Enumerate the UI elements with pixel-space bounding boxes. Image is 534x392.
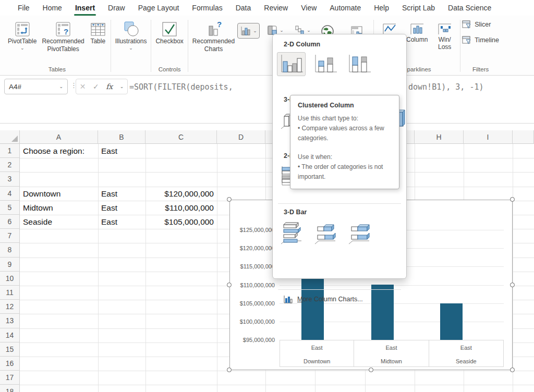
slicer-button[interactable]: Slicer: [462, 19, 499, 30]
timeline-button[interactable]: Timeline: [462, 34, 499, 46]
chart-bar-midtown[interactable]: [371, 285, 394, 340]
chart-selection-handle[interactable]: [227, 368, 232, 372]
chart-selection-handle[interactable]: [227, 197, 232, 202]
menu-item-formulas[interactable]: Formulas: [192, 4, 222, 12]
chart-selection-handle[interactable]: [510, 197, 515, 202]
row-header-17[interactable]: 17: [0, 371, 20, 385]
chart-category-name: Midtown: [354, 358, 428, 364]
insert-function-button[interactable]: fx: [106, 82, 113, 91]
cell-B6[interactable]: East: [101, 215, 143, 229]
row-header-6[interactable]: 6: [0, 215, 20, 229]
cell-A4[interactable]: Downtown: [23, 187, 96, 201]
cancel-button[interactable]: ✕: [80, 82, 86, 91]
cell-C5[interactable]: $110,000,000: [145, 201, 214, 215]
column-header-A[interactable]: A: [20, 130, 98, 144]
row-header-15[interactable]: 15: [0, 342, 20, 357]
row-header-11[interactable]: 11: [0, 286, 20, 300]
chart-selection-handle[interactable]: [510, 368, 515, 372]
cell-B5[interactable]: East: [101, 201, 143, 215]
stacked-column-option[interactable]: [311, 52, 339, 76]
chart-bar-seaside[interactable]: [440, 303, 463, 340]
chart-selection-handle[interactable]: [227, 283, 232, 287]
cell-B4[interactable]: East: [101, 187, 143, 201]
formula-text-left[interactable]: =SORT(FILTER(deposits,: [129, 82, 238, 92]
chart-selection-handle[interactable]: [510, 283, 515, 287]
recommended-charts-button[interactable]: ? Recommended Charts: [190, 20, 237, 54]
row-header-5[interactable]: 5: [0, 201, 20, 215]
chevron-down-icon: ⌄: [253, 29, 257, 33]
menu-item-help[interactable]: Help: [374, 4, 389, 12]
sparkline-column-icon: [409, 21, 425, 36]
chevron-down-icon: ⌄: [129, 46, 133, 50]
row-header-14[interactable]: 14: [0, 328, 20, 342]
select-all-corner[interactable]: [0, 130, 20, 144]
row-header-13[interactable]: 13: [0, 314, 20, 328]
cell-A6[interactable]: Seaside: [23, 215, 96, 229]
checkbox-button[interactable]: Checkbox: [153, 20, 186, 46]
chart-y-tick: $120,000,000: [230, 245, 275, 251]
column-header-partial[interactable]: [513, 130, 534, 144]
menu-item-home[interactable]: Home: [43, 4, 62, 12]
menu-item-script-lab[interactable]: Script Lab: [402, 4, 435, 12]
row-header-10[interactable]: 10: [0, 272, 20, 286]
column-header-H[interactable]: H: [415, 130, 464, 144]
menu-item-file[interactable]: File: [18, 4, 30, 12]
menu-item-data-science[interactable]: Data Science: [448, 4, 491, 12]
3d-clustered-bar-option[interactable]: [277, 221, 306, 245]
table-button[interactable]: Table: [87, 20, 109, 46]
column-header-D[interactable]: D: [217, 130, 265, 144]
menu-item-page-layout[interactable]: Page Layout: [138, 4, 179, 12]
pivottable-label: PivotTable: [8, 38, 37, 45]
gridline-vertical: [513, 144, 513, 392]
illustrations-button[interactable]: Illustrations ⌄: [113, 20, 150, 51]
formula-text-right[interactable]: down!B1), 3, -1): [408, 82, 484, 92]
slicer-label: Slicer: [475, 21, 491, 28]
more-column-charts-item[interactable]: More Column Charts...: [283, 295, 363, 304]
group-label-filters: Filters: [462, 66, 499, 75]
row-header-16[interactable]: 16: [0, 357, 20, 371]
enter-button[interactable]: ✓: [93, 82, 99, 91]
insert-column-chart-button[interactable]: ⌄: [237, 23, 260, 39]
row-header-4[interactable]: 4: [0, 187, 20, 201]
menu-item-insert[interactable]: Insert: [75, 4, 95, 12]
menu-item-view[interactable]: View: [301, 4, 317, 12]
3d-stacked-100-bar-option[interactable]: [345, 221, 373, 245]
row-header-3[interactable]: 3: [0, 172, 20, 186]
cell-C6[interactable]: $105,000,000: [145, 215, 214, 229]
name-box[interactable]: A4# ⌄: [4, 79, 68, 94]
column-header-B[interactable]: B: [98, 130, 145, 144]
menu-item-review[interactable]: Review: [264, 4, 288, 12]
menu-item-data[interactable]: Data: [236, 4, 251, 12]
chart-selection-handle[interactable]: [369, 368, 373, 372]
menu-item-automate[interactable]: Automate: [330, 4, 361, 12]
row-header-2[interactable]: 2: [0, 158, 20, 172]
cell-B1[interactable]: East: [101, 144, 143, 158]
sparkline-column-button[interactable]: Column: [403, 20, 431, 45]
row-header-12[interactable]: 12: [0, 300, 20, 314]
row-header-7[interactable]: 7: [0, 229, 20, 243]
pivottable-button[interactable]: PivotTable ⌄: [5, 20, 39, 51]
cell-A5[interactable]: Midtown: [23, 201, 96, 215]
row-header-8[interactable]: 8: [0, 243, 20, 257]
row-header-1[interactable]: 1: [0, 144, 20, 158]
menu-item-draw[interactable]: Draw: [108, 4, 125, 12]
column-header-I[interactable]: I: [464, 130, 513, 144]
cell-C4[interactable]: $120,000,000: [145, 187, 214, 201]
tooltip-when: Use it when:: [298, 152, 392, 162]
group-separator: [188, 20, 188, 72]
section-2d-column: 2-D Column: [284, 41, 320, 48]
tooltip-bullet-1: • Compare values across a few categories…: [298, 124, 392, 143]
row-header-9[interactable]: 9: [0, 258, 20, 272]
row-header-18[interactable]: 18: [0, 385, 20, 392]
recommended-charts-label-1: Recommended: [192, 38, 235, 45]
column-header-C[interactable]: C: [145, 130, 217, 144]
stacked-100-column-option[interactable]: [345, 52, 373, 76]
3d-stacked-bar-option[interactable]: [311, 221, 339, 245]
clustered-column-option[interactable]: [277, 52, 306, 76]
illustrations-icon: [122, 21, 140, 38]
recommended-pivottables-button[interactable]: ? Recommended PivotTables: [39, 20, 87, 54]
chevron-down-icon: ⌄: [280, 28, 284, 32]
menu-separator: [278, 289, 401, 290]
sparkline-winloss-button[interactable]: Win/ Loss: [431, 20, 458, 52]
table-label: Table: [90, 38, 105, 45]
